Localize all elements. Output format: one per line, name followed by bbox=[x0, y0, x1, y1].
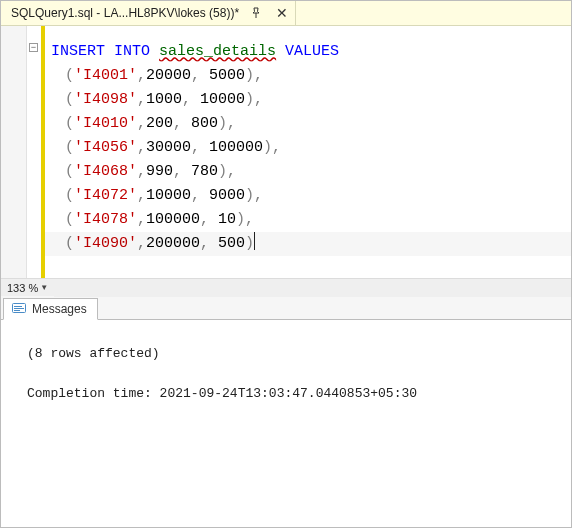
code-area[interactable]: INSERT INTO sales_details VALUES('I4001'… bbox=[45, 26, 571, 278]
messages-icon bbox=[12, 303, 26, 315]
svg-rect-3 bbox=[14, 310, 20, 311]
tab-messages[interactable]: Messages bbox=[3, 298, 98, 320]
editor-wrap: − INSERT INTO sales_details VALUES('I400… bbox=[1, 26, 571, 527]
svg-rect-2 bbox=[14, 308, 24, 309]
messages-line: (8 rows affected) bbox=[27, 340, 571, 368]
zoom-value: 133 % bbox=[7, 282, 38, 294]
messages-pane[interactable]: (8 rows affected) Completion time: 2021-… bbox=[1, 320, 571, 527]
tab-title: SQLQuery1.sql - LA...HL8PKV\lokes (58))* bbox=[11, 6, 239, 20]
code-line: INSERT INTO sales_details VALUES bbox=[51, 40, 571, 64]
collapse-icon[interactable]: − bbox=[29, 43, 38, 52]
code-line: ('I4078',100000, 10), bbox=[51, 208, 571, 232]
chevron-down-icon: ▼ bbox=[40, 283, 48, 292]
pin-icon[interactable] bbox=[247, 4, 265, 22]
svg-rect-1 bbox=[14, 306, 22, 307]
editor-statusbar: 133 % ▼ bbox=[1, 278, 571, 296]
doc-tab-sqlquery1[interactable]: SQLQuery1.sql - LA...HL8PKV\lokes (58))*… bbox=[1, 1, 296, 25]
bookmark-margin bbox=[1, 26, 27, 278]
code-line: ('I4056',30000, 100000), bbox=[51, 136, 571, 160]
hscroll-track[interactable] bbox=[54, 279, 571, 297]
outline-margin: − bbox=[27, 26, 41, 278]
sql-editor[interactable]: − INSERT INTO sales_details VALUES('I400… bbox=[1, 26, 571, 278]
code-line: ('I4001',20000, 5000), bbox=[51, 64, 571, 88]
code-line: ('I4072',10000, 9000), bbox=[51, 184, 571, 208]
tab-messages-label: Messages bbox=[32, 302, 87, 316]
code-line: ('I4098',1000, 10000), bbox=[51, 88, 571, 112]
code-line: ('I4010',200, 800), bbox=[51, 112, 571, 136]
messages-line: Completion time: 2021-09-24T13:03:47.044… bbox=[27, 380, 571, 408]
doc-tabbar: SQLQuery1.sql - LA...HL8PKV\lokes (58))*… bbox=[1, 1, 571, 26]
results-tabbar: Messages bbox=[1, 296, 571, 320]
code-line: ('I4068',990, 780), bbox=[51, 160, 571, 184]
zoom-dropdown[interactable]: 133 % ▼ bbox=[1, 282, 50, 294]
editor-frame: SQLQuery1.sql - LA...HL8PKV\lokes (58))*… bbox=[0, 0, 572, 528]
close-icon[interactable]: ✕ bbox=[273, 4, 291, 22]
